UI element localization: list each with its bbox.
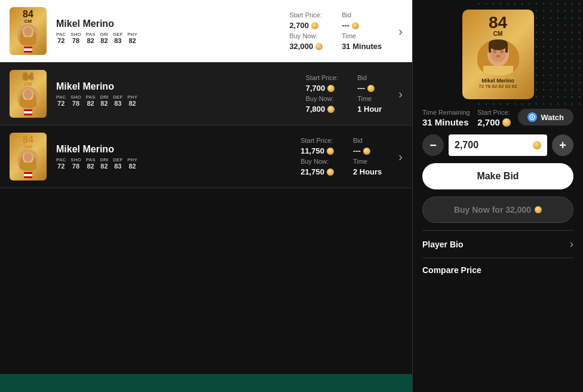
price-info-2: Start Price: 7,700 Buy Now: 7,800 Bid --… (306, 74, 382, 114)
buy-now-1: 32,000 (289, 42, 313, 51)
player-stats-2: PAC72 SHO78 PAS82 DRI82 DEF83 PHY82 (56, 94, 306, 107)
compare-price-label: Compare Price (422, 265, 481, 275)
start-price-3: 11,750 (300, 146, 324, 155)
svg-point-2 (24, 27, 32, 36)
time-2: 1 Hour (357, 105, 382, 114)
detail-card-name: Mikel Merino (481, 78, 514, 84)
empty-area (0, 188, 412, 374)
svg-point-25 (532, 117, 533, 118)
start-price-1: 2,700 (289, 21, 309, 30)
bid-2: --- (357, 84, 365, 93)
row-chevron-2: › (398, 87, 403, 101)
svg-point-19 (496, 55, 501, 57)
coin-icon (352, 22, 359, 29)
player-info-1: Mikel Merino PAC72 SHO78 PAS82 DRI82 DEF… (56, 19, 289, 44)
bid-minus-icon: − (429, 139, 437, 152)
card-flag-1 (24, 47, 32, 53)
card-flag-3 (24, 172, 32, 178)
player-name-1: Mikel Merino (56, 19, 289, 29)
time-remaining-value: 31 Minutes (422, 117, 470, 127)
player-row-2[interactable]: 84 CM Mikel Merino PAC72 SHO78 PAS82 DRI… (0, 63, 412, 125)
detail-card-position: CM (493, 31, 503, 37)
bid-input-container: 2,700 (449, 134, 547, 156)
buy-now-3: 21,750 (300, 167, 324, 176)
card-rating-2: 84 (23, 72, 33, 82)
coin-icon (327, 106, 335, 113)
row-chevron-3: › (398, 150, 403, 164)
buy-now-label: Buy Now for 32,000 (454, 205, 531, 215)
svg-rect-3 (20, 37, 36, 45)
price-info-3: Start Price: 11,750 Buy Now: 21,750 Bid … (300, 137, 382, 176)
time-remaining-col: Time Remaining 31 Minutes (422, 109, 470, 127)
svg-rect-21 (489, 44, 491, 53)
svg-point-10 (24, 152, 32, 162)
detail-meta-row: Time Remaining 31 Minutes Start Price: 2… (422, 109, 573, 127)
left-panel: 84 CM Mikel Merino PAC72 SHO78 PAS82 DRI… (0, 0, 412, 392)
player-bio-row[interactable]: Player Bio › (422, 230, 573, 250)
coin-icon (311, 22, 318, 29)
svg-rect-7 (20, 100, 36, 108)
coin-icon (327, 85, 335, 92)
detail-start-price-label: Start Price: (477, 109, 511, 116)
card-position-3: CM (24, 145, 32, 149)
svg-rect-11 (20, 163, 36, 171)
detail-coin-icon (502, 118, 511, 127)
watch-icon (527, 112, 537, 122)
bid-3: --- (353, 146, 361, 155)
bottom-bar (0, 374, 412, 392)
bid-decrease-button[interactable]: − (422, 134, 444, 156)
player-stats-1: PAC72 SHO78 PAS82 DRI82 DEF83 PHY82 (56, 32, 289, 44)
card-rating-3: 84 (23, 135, 33, 145)
card-position-1: CM (24, 19, 32, 24)
row-chevron-1: › (398, 24, 403, 38)
bid-row: − 2,700 + (422, 134, 573, 156)
time-1: 31 Minutes (342, 42, 382, 51)
watch-button[interactable]: Watch (518, 109, 573, 125)
card-face-3 (17, 149, 39, 171)
coin-icon (363, 148, 370, 155)
player-info-2: Mikel Merino PAC72 SHO78 PAS82 DRI82 DEF… (56, 81, 306, 107)
buy-now-2: 7,800 (306, 105, 326, 114)
coin-icon (327, 148, 334, 155)
start-price-2: 7,700 (306, 84, 326, 93)
start-price-col: Start Price: 2,700 (477, 109, 511, 127)
bid-coin-icon (533, 141, 541, 149)
make-bid-label: Make Bid (477, 171, 518, 181)
card-flag-2 (24, 109, 32, 115)
player-name-3: Mikel Merino (56, 144, 300, 155)
svg-rect-23 (483, 66, 513, 75)
player-row-1[interactable]: 84 CM Mikel Merino PAC72 SHO78 PAS82 DRI… (0, 0, 412, 63)
player-row-3[interactable]: 84 CM Mikel Merino PAC72 SHO78 PAS82 DRI… (0, 125, 412, 188)
card-rating-1: 84 (23, 10, 33, 19)
detail-start-price-value: 2,700 (477, 117, 511, 127)
time-3: 2 Hours (353, 167, 382, 176)
compare-price-row[interactable]: Compare Price (422, 258, 573, 275)
player-bio-chevron: › (570, 238, 573, 250)
player-card-2: 84 CM (10, 70, 47, 118)
bid-1: --- (342, 21, 349, 30)
make-bid-button[interactable]: Make Bid (422, 163, 573, 189)
detail-card-stats: 72 78 82 82 83 82 (478, 84, 517, 89)
time-remaining-label: Time Remaining (422, 109, 470, 116)
player-card-1: 84 CM (10, 7, 47, 55)
card-position-2: CM (24, 82, 32, 87)
detail-card-top: 84 CM (489, 14, 507, 37)
card-face-1 (17, 24, 39, 45)
bid-input-value: 2,700 (455, 140, 478, 151)
card-face-2 (17, 87, 39, 108)
buy-now-coin-icon (535, 206, 542, 213)
buy-now-button[interactable]: Buy Now for 32,000 (422, 197, 573, 223)
svg-point-6 (24, 90, 32, 99)
detail-player-card: 84 CM (462, 10, 534, 99)
coin-icon (327, 169, 334, 176)
detail-card-face (477, 39, 519, 75)
svg-rect-22 (505, 44, 508, 53)
bid-increase-button[interactable]: + (552, 134, 573, 156)
detail-card-rating: 84 (489, 14, 507, 31)
bid-plus-icon: + (559, 139, 566, 152)
right-panel: 84 CM (412, 0, 583, 392)
player-stats-3: PAC72 SHO78 PAS82 DRI82 DEF83 PHY82 (56, 157, 300, 170)
player-card-3: 84 CM (10, 133, 47, 180)
player-bio-label: Player Bio (422, 240, 463, 249)
coin-icon (367, 85, 375, 92)
